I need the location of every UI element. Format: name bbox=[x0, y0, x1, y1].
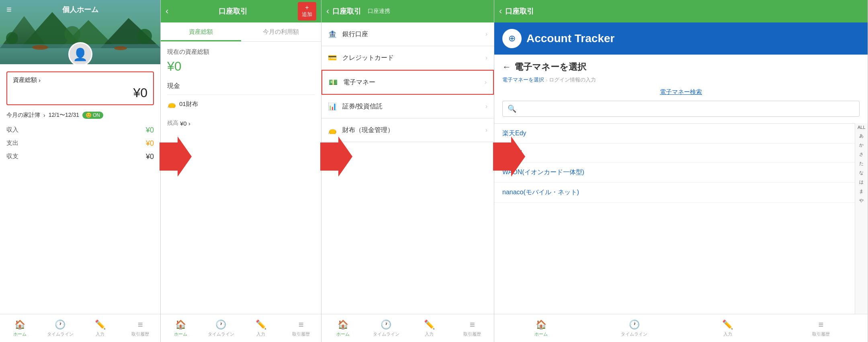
panel-account-transactions: ‹ 口座取引 + 追加 資産総額 今月の利用額 現在の資産総額 ¥0 現金 👝 … bbox=[161, 0, 321, 342]
input-icon-3: ✏️ bbox=[424, 320, 435, 330]
wallet-item[interactable]: 👝 01財布 bbox=[167, 94, 315, 113]
search-bar: 🔍 bbox=[502, 101, 860, 117]
credit-chevron: › bbox=[485, 54, 487, 61]
alpha-sa[interactable]: さ bbox=[855, 150, 868, 159]
emoney-item-rakuten[interactable]: 楽天Edy bbox=[494, 124, 855, 144]
panel1-body: 資産総額 › ¥0 今月の家計簿 › 12/1〜12/31 😊 ON 収入 ¥0 bbox=[0, 64, 160, 314]
bank-label: 銀行口座 bbox=[342, 30, 485, 39]
expense-row: 支出 ¥0 bbox=[6, 137, 154, 150]
tracker-app-name: Account Tracker bbox=[526, 32, 614, 45]
footer-home-4[interactable]: 🏠 ホーム bbox=[494, 314, 588, 342]
svg-point-11 bbox=[64, 26, 80, 42]
menu-credit[interactable]: 💳 クレジットカード › bbox=[321, 46, 494, 70]
stocks-chevron: › bbox=[485, 103, 487, 110]
footer-input-2[interactable]: ✏️ 入力 bbox=[241, 314, 281, 342]
add-label: 追加 bbox=[302, 11, 312, 18]
svg-point-8 bbox=[114, 46, 127, 50]
footer-history-4[interactable]: ≡ 取引履歴 bbox=[774, 314, 868, 342]
menu-emoney[interactable]: 💵 電子マネー › bbox=[321, 70, 494, 95]
panel3-menu: 🏦 銀行口座 › 💳 クレジットカード › 💵 電子マネー › 📊 証券/投資信… bbox=[321, 22, 494, 314]
balance-chevron: › bbox=[188, 120, 190, 127]
footer-history-2[interactable]: ≡ 取引履歴 bbox=[281, 314, 321, 342]
emoney-item-waon[interactable]: WAON bbox=[494, 144, 855, 163]
emoney-item-waon-ion[interactable]: WAON(イオンカード一体型) bbox=[494, 163, 855, 183]
emoney-select-section: ← 電子マネーを選択 電子マネーを選択 › ログイン情報の入力 電子マネー検索 … bbox=[494, 55, 868, 123]
svg-point-10 bbox=[137, 29, 152, 43]
tab-monthly[interactable]: 今月の利用額 bbox=[241, 22, 321, 41]
alpha-a[interactable]: あ bbox=[855, 131, 868, 140]
on-badge: 😊 ON bbox=[82, 112, 103, 119]
menu-bank[interactable]: 🏦 銀行口座 › bbox=[321, 22, 494, 46]
alpha-ma[interactable]: ま bbox=[855, 187, 868, 196]
footer-home-2[interactable]: 🏠 ホーム bbox=[161, 314, 201, 342]
history-icon: ≡ bbox=[138, 320, 143, 330]
asset-box[interactable]: 資産総額 › ¥0 bbox=[6, 71, 154, 105]
hamburger-icon[interactable]: ≡ bbox=[6, 4, 12, 15]
tracker-app-icon: ⊕ bbox=[502, 29, 522, 48]
balance-value: ¥0 › bbox=[180, 120, 190, 127]
emoney-item-nanaco[interactable]: nanaco(モバイル・ネット) bbox=[494, 183, 855, 203]
panel3-header: ‹ 口座取引 口座連携 bbox=[321, 0, 494, 22]
history-label-4: 取引履歴 bbox=[812, 331, 830, 337]
history-label: 取引履歴 bbox=[131, 331, 149, 337]
search-input[interactable] bbox=[520, 106, 854, 112]
panel4-footer: 🏠 ホーム 🕐 タイムライン ✏️ 入力 ≡ 取引履歴 bbox=[494, 314, 868, 342]
total-amount: ¥0 bbox=[167, 59, 315, 74]
input-icon-2: ✏️ bbox=[256, 320, 266, 330]
search-icon: 🔍 bbox=[508, 104, 516, 113]
kakeibo-label: 今月の家計簿 bbox=[6, 112, 40, 119]
alpha-na[interactable]: な bbox=[855, 168, 868, 177]
footer-timeline-3[interactable]: 🕐 タイムライン bbox=[364, 314, 407, 342]
add-plus-icon: + bbox=[305, 4, 309, 11]
alpha-ya[interactable]: や bbox=[855, 196, 868, 205]
input-icon: ✏️ bbox=[95, 320, 106, 330]
panel-account-link: ‹ 口座取引 口座連携 🏦 銀行口座 › 💳 クレジットカード › 💵 電子マネ… bbox=[321, 0, 494, 342]
tracker-app-header: ⊕ Account Tracker bbox=[494, 22, 868, 55]
timeline-icon-3: 🕐 bbox=[381, 320, 391, 330]
footer-input-4[interactable]: ✏️ 入力 bbox=[681, 314, 774, 342]
alpha-ha[interactable]: は bbox=[855, 177, 868, 187]
panel3-title-sep: 口座連携 bbox=[368, 8, 390, 15]
add-button[interactable]: + 追加 bbox=[298, 2, 316, 20]
alpha-ka[interactable]: か bbox=[855, 140, 868, 150]
panel2-header: ‹ 口座取引 + 追加 bbox=[161, 0, 321, 22]
home-icon-4: 🏠 bbox=[536, 320, 547, 330]
panel4-title: 口座取引 bbox=[505, 6, 534, 16]
wallet-icon: 👝 bbox=[167, 100, 176, 108]
panel4-back-button[interactable]: ‹ bbox=[499, 6, 502, 16]
history-icon-3: ≡ bbox=[470, 320, 475, 330]
footer-home[interactable]: 🏠 ホーム bbox=[0, 314, 40, 342]
footer-timeline-2[interactable]: 🕐 タイムライン bbox=[201, 314, 241, 342]
menu-wallet-mgmt[interactable]: 👝 財布（現金管理） › bbox=[321, 118, 494, 142]
footer-input[interactable]: ✏️ 入力 bbox=[80, 314, 121, 342]
emoney-back-arrow[interactable]: ← bbox=[502, 62, 511, 72]
panel3-footer: 🏠 ホーム 🕐 タイムライン ✏️ 入力 ≡ 取引履歴 bbox=[321, 314, 494, 342]
footer-history-3[interactable]: ≡ 取引履歴 bbox=[451, 314, 494, 342]
tab-assets[interactable]: 資産総額 bbox=[161, 22, 241, 41]
asset-box-title: 資産総額 › bbox=[13, 76, 147, 84]
stocks-icon: 📊 bbox=[328, 102, 339, 111]
timeline-label-2: タイムライン bbox=[208, 331, 234, 337]
alpha-ta[interactable]: た bbox=[855, 159, 868, 168]
credit-icon: 💳 bbox=[328, 53, 339, 62]
footer-home-3[interactable]: 🏠 ホーム bbox=[321, 314, 364, 342]
asset-label: 資産総額 bbox=[13, 76, 37, 84]
footer-timeline-4[interactable]: 🕐 タイムライン bbox=[588, 314, 681, 342]
panel-account-tracker: ‹ 口座取引 ⊕ Account Tracker ← 電子マネーを選択 電子マネ… bbox=[494, 0, 868, 342]
panel2-back-button[interactable]: ‹ bbox=[166, 6, 168, 16]
footer-timeline[interactable]: 🕐 タイムライン bbox=[40, 314, 80, 342]
cash-section: 現金 👝 01財布 bbox=[167, 82, 315, 113]
alpha-all[interactable]: ALL bbox=[855, 123, 868, 131]
emoney-search-link[interactable]: 電子マネー検索 bbox=[502, 88, 860, 96]
balance-display: 残高 ¥0 › bbox=[167, 120, 315, 127]
panel3-back-button[interactable]: ‹ bbox=[326, 6, 329, 16]
home-icon: 🏠 bbox=[14, 320, 25, 330]
footer-input-3[interactable]: ✏️ 入力 bbox=[408, 314, 451, 342]
history-icon-4: ≡ bbox=[818, 320, 823, 330]
expense-label: 支出 bbox=[6, 139, 18, 148]
footer-history[interactable]: ≡ 取引履歴 bbox=[120, 314, 160, 342]
breadcrumb-login: ログイン情報の入力 bbox=[549, 76, 596, 83]
timeline-label-3: タイムライン bbox=[373, 331, 399, 337]
bank-icon: 🏦 bbox=[328, 30, 339, 39]
menu-stocks[interactable]: 📊 証券/投資信託 › bbox=[321, 95, 494, 118]
